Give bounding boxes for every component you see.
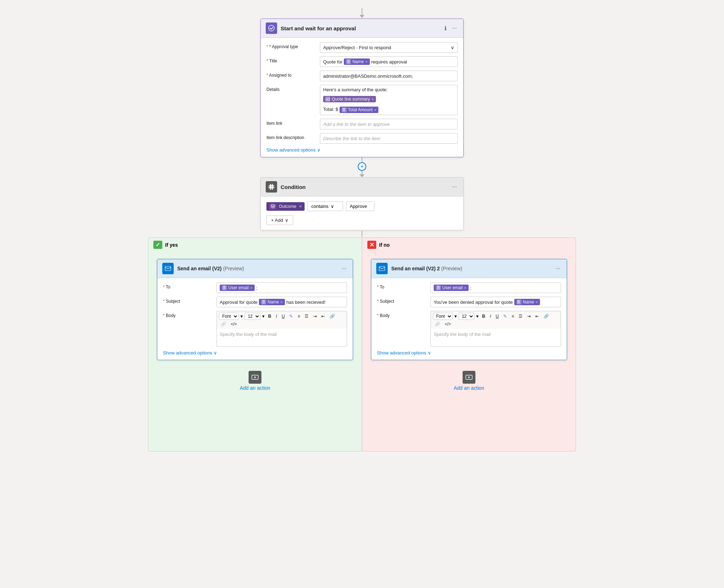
bold-btn-yes[interactable]: B: [266, 313, 273, 319]
assigned-value: administrator@BASDemo.onmicrosoft.com;: [323, 73, 413, 79]
italic-btn-no[interactable]: I: [488, 313, 493, 319]
name-close-yes[interactable]: ×: [280, 300, 282, 304]
split-container: ✓ If yes Send an email (V2): [148, 237, 576, 451]
body-area-yes[interactable]: Specify the body of the mail: [216, 329, 347, 347]
italic-btn-yes[interactable]: I: [274, 313, 279, 319]
svg-rect-1: [269, 185, 274, 186]
quote-token-close[interactable]: ×: [371, 97, 373, 101]
assigned-input[interactable]: administrator@BASDemo.onmicrosoft.com;: [320, 71, 458, 81]
add-step-button[interactable]: +: [358, 162, 366, 171]
email-no-subject-row: * Subject You've been denied approval fo…: [377, 297, 561, 307]
item-link-input[interactable]: Add a link to the item to approve: [320, 119, 458, 129]
outdent-btn-no[interactable]: ⇤: [534, 313, 541, 319]
name-icon-no: 🗄: [516, 300, 521, 305]
highlight-btn-no[interactable]: ✎: [501, 313, 509, 319]
name-close-no[interactable]: ×: [536, 300, 538, 304]
email-no-to-input[interactable]: 🗄 User email × ;: [430, 282, 561, 293]
outcome-token-label: Outcome: [279, 204, 296, 209]
approval-info-button[interactable]: ℹ: [443, 24, 448, 32]
title-row: * Title Quote for 🗄 Name × requires appr…: [266, 56, 458, 67]
link-btn-yes[interactable]: 🔗: [328, 313, 337, 319]
approval-more-button[interactable]: ···: [451, 24, 458, 32]
bold-btn-no[interactable]: B: [480, 313, 487, 319]
approval-card-title: Start and wait for an approval: [281, 25, 439, 31]
condition-value[interactable]: Approve: [346, 201, 374, 211]
link-btn-no[interactable]: 🔗: [542, 313, 551, 319]
total-amount-token: 🗄 Total Amount ×: [340, 107, 379, 113]
font-select-yes[interactable]: Font: [219, 313, 239, 320]
body-placeholder-no: Specify the body of the mail: [434, 332, 491, 337]
email-yes-subject-input[interactable]: Approval for quote 🗄 Name × has been rec…: [216, 297, 347, 307]
ul-btn-yes[interactable]: ≡: [296, 313, 302, 319]
svg-rect-2: [269, 187, 274, 188]
assigned-label: * Assigned to: [266, 71, 316, 78]
subject-prefix-yes: Approval for quote: [220, 300, 258, 305]
total-token-icon: 🗄: [342, 107, 347, 112]
email-yes-subject-label: * Subject: [163, 297, 213, 304]
font-size-select-yes[interactable]: 12: [245, 313, 260, 320]
details-text: Here's a summary of the quote:: [323, 87, 388, 92]
body-area-no[interactable]: Specify the body of the mail: [430, 329, 561, 347]
user-email-close-no[interactable]: ×: [464, 286, 466, 290]
add-action-no-button[interactable]: Add an action: [454, 371, 484, 391]
total-token-close[interactable]: ×: [374, 108, 376, 112]
ol-btn-yes[interactable]: ☰: [303, 313, 310, 319]
split-connector-line: [362, 231, 362, 237]
approval-show-advanced[interactable]: Show advanced options ∨: [266, 147, 458, 153]
email-no-title: Send an email (V2) 2 (Preview): [391, 266, 551, 271]
name-token-close[interactable]: ×: [365, 60, 367, 64]
underline-btn-yes[interactable]: U: [280, 313, 287, 319]
condition-operator[interactable]: contains ∨: [307, 201, 343, 211]
mid-connector-line-2: [362, 171, 362, 174]
operator-chevron: ∨: [331, 204, 334, 209]
source-btn-no[interactable]: </>: [443, 321, 453, 327]
unlink-btn-no[interactable]: 🔗: [433, 321, 442, 327]
details-label: Details: [266, 85, 316, 92]
item-link-desc-input[interactable]: Describe the link to the item: [320, 133, 458, 144]
email-yes-icon: [162, 263, 174, 274]
email-yes-show-advanced[interactable]: Show advanced options ∨: [163, 350, 347, 356]
email-card-no: Send an email (V2) 2 (Preview) ··· * To: [371, 259, 567, 360]
email-yes-more-button[interactable]: ···: [340, 265, 348, 272]
title-prefix: Quote for: [323, 59, 342, 65]
condition-title: Condition: [281, 184, 447, 190]
unlink-btn-yes[interactable]: 🔗: [219, 321, 228, 327]
source-btn-yes[interactable]: </>: [229, 321, 239, 327]
highlight-btn-yes[interactable]: ✎: [287, 313, 295, 319]
details-input[interactable]: Here's a summary of the quote: {x} Quote…: [320, 85, 458, 115]
email-yes-title: Send an email (V2) (Preview): [177, 266, 337, 271]
font-select-no[interactable]: Font: [433, 313, 453, 320]
user-email-token-yes: 🗄 User email ×: [220, 285, 255, 291]
ol-btn-no[interactable]: ☰: [517, 313, 524, 319]
mid-arrow-group: [360, 171, 364, 177]
indent-btn-no[interactable]: ⇥: [525, 313, 532, 319]
email-no-subject-input[interactable]: You've been denied approval for quote 🗄 …: [430, 297, 561, 307]
indent-btn-yes[interactable]: ⇥: [311, 313, 318, 319]
font-chevron-yes: ▼: [240, 314, 244, 318]
email-no-show-advanced[interactable]: Show advanced options ∨: [377, 350, 561, 356]
title-input[interactable]: Quote for 🗄 Name × requires approval: [320, 56, 458, 67]
email-yes-header: Send an email (V2) (Preview) ···: [157, 259, 353, 278]
ul-btn-no[interactable]: ≡: [510, 313, 516, 319]
approval-type-input[interactable]: Approve/Reject - First to respond ∨: [320, 42, 458, 53]
add-action-yes-button[interactable]: Add an action: [240, 371, 270, 391]
if-yes-panel: ✓ If yes Send an email (V2): [148, 237, 362, 451]
email-yes-to-input[interactable]: 🗄 User email × ;: [216, 282, 347, 293]
if-yes-label: If yes: [165, 242, 178, 248]
outdent-btn-yes[interactable]: ⇤: [320, 313, 327, 319]
if-no-panel: ✕ If no Send an email (V2) 2: [362, 237, 576, 451]
name-token-icon: 🗄: [346, 59, 351, 64]
main-canvas: Start and wait for an approval ℹ ··· * *…: [0, 0, 724, 588]
email-yes-advanced-chevron: ∨: [214, 350, 217, 356]
quote-token-icon: {x}: [325, 97, 330, 102]
font-size-select-no[interactable]: 12: [459, 313, 474, 320]
user-email-close-yes[interactable]: ×: [250, 286, 252, 290]
condition-more-button[interactable]: ···: [451, 183, 458, 191]
outcome-token-close[interactable]: ×: [299, 204, 302, 209]
email-no-header: Send an email (V2) 2 (Preview) ···: [371, 259, 567, 278]
email-yes-advanced-label: Show advanced options: [163, 350, 212, 356]
email-no-advanced-label: Show advanced options: [377, 350, 426, 356]
email-no-more-button[interactable]: ···: [554, 265, 562, 272]
condition-add-button[interactable]: + Add ∨: [266, 215, 293, 225]
underline-btn-no[interactable]: U: [494, 313, 501, 319]
